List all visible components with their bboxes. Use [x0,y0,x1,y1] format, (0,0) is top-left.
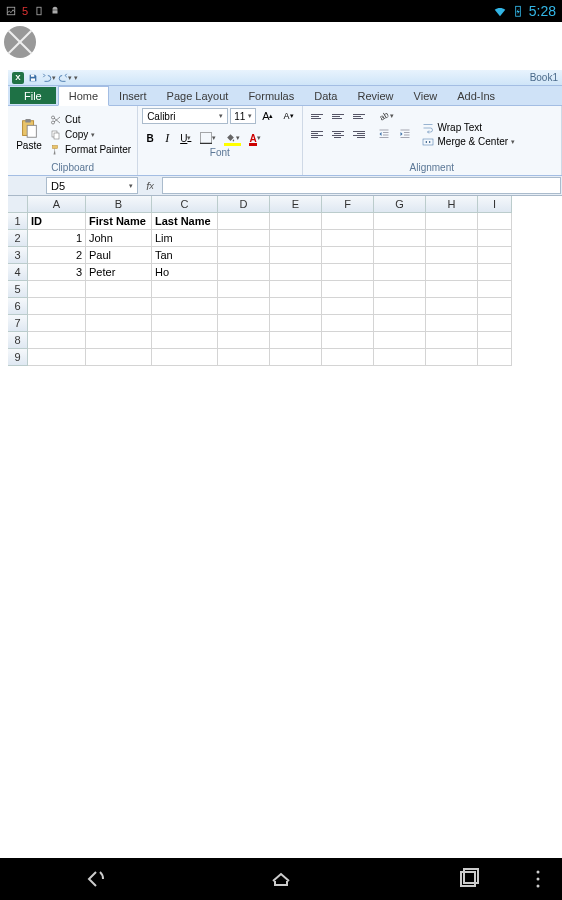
cell[interactable] [478,298,512,315]
cell[interactable] [28,332,86,349]
cell[interactable] [86,298,152,315]
back-button[interactable] [80,865,108,893]
tab-review[interactable]: Review [347,86,403,105]
cell[interactable] [374,298,426,315]
cell[interactable] [426,349,478,366]
cell[interactable]: ID [28,213,86,230]
underline-button[interactable]: U ▾ [176,130,195,146]
paste-button[interactable]: Paste [12,108,46,161]
cell[interactable] [426,247,478,264]
fx-icon[interactable]: fx [138,176,162,195]
cell[interactable] [478,264,512,281]
cell[interactable]: Tan [152,247,218,264]
cell[interactable] [426,230,478,247]
cell[interactable]: Last Name [152,213,218,230]
cell[interactable] [374,281,426,298]
cell[interactable] [426,213,478,230]
cell[interactable] [426,281,478,298]
col-header[interactable]: H [426,196,478,213]
cell[interactable] [218,247,270,264]
cell[interactable] [478,213,512,230]
font-color-button[interactable]: A ▾ [245,130,264,146]
row-header[interactable]: 9 [8,349,28,366]
cell[interactable]: John [86,230,152,247]
cell[interactable] [86,281,152,298]
cell[interactable] [28,298,86,315]
row-header[interactable]: 5 [8,281,28,298]
name-box[interactable]: D5▾ [46,177,138,194]
cell[interactable] [270,213,322,230]
col-header[interactable]: A [28,196,86,213]
merge-center-button[interactable]: Merge & Center ▾ [421,136,516,148]
formula-bar[interactable] [162,177,561,194]
cell[interactable] [218,230,270,247]
cell[interactable] [426,264,478,281]
cell[interactable] [478,281,512,298]
cut-button[interactable]: Cut [48,113,133,127]
grow-font-button[interactable]: A▴ [258,108,277,124]
cell[interactable] [322,230,374,247]
cell[interactable] [218,332,270,349]
cell[interactable] [478,332,512,349]
cell[interactable] [218,281,270,298]
borders-button[interactable]: ▾ [196,130,220,146]
align-top-button[interactable] [307,108,327,124]
cell[interactable] [426,298,478,315]
cell[interactable] [270,247,322,264]
cell[interactable]: Paul [86,247,152,264]
cell[interactable] [86,349,152,366]
recents-button[interactable] [454,865,482,893]
cell[interactable] [86,315,152,332]
italic-button[interactable]: I [159,130,175,146]
row-header[interactable]: 4 [8,264,28,281]
cell[interactable] [322,315,374,332]
tab-addins[interactable]: Add-Ins [447,86,505,105]
tab-home[interactable]: Home [58,86,109,106]
app-overlay-icon[interactable] [4,26,36,58]
undo-button[interactable]: ▾ [42,71,56,85]
cell[interactable] [270,281,322,298]
cell[interactable] [426,332,478,349]
cell[interactable] [478,315,512,332]
cell[interactable] [322,332,374,349]
tab-data[interactable]: Data [304,86,347,105]
row-header[interactable]: 6 [8,298,28,315]
cell[interactable] [218,315,270,332]
col-header[interactable]: E [270,196,322,213]
cell[interactable] [478,247,512,264]
home-button[interactable] [267,865,295,893]
fill-color-button[interactable]: ▾ [221,130,244,146]
tab-page-layout[interactable]: Page Layout [157,86,239,105]
cell[interactable] [270,298,322,315]
tab-view[interactable]: View [404,86,448,105]
cell[interactable] [28,281,86,298]
cell[interactable] [152,349,218,366]
row-header[interactable]: 7 [8,315,28,332]
cell[interactable] [28,315,86,332]
redo-button[interactable]: ▾ [58,71,72,85]
cell[interactable] [218,298,270,315]
font-size-dropdown[interactable]: 11▾ [230,108,256,124]
orientation-button[interactable]: ab▾ [374,108,398,124]
cell[interactable] [374,264,426,281]
col-header[interactable]: C [152,196,218,213]
cell[interactable]: Ho [152,264,218,281]
cell[interactable] [270,264,322,281]
cell[interactable] [270,349,322,366]
cell[interactable]: 2 [28,247,86,264]
cell[interactable]: Lim [152,230,218,247]
tab-formulas[interactable]: Formulas [238,86,304,105]
col-header[interactable]: F [322,196,374,213]
select-all-corner[interactable] [8,196,28,213]
col-header[interactable]: I [478,196,512,213]
cell[interactable] [374,332,426,349]
col-header[interactable]: D [218,196,270,213]
tab-insert[interactable]: Insert [109,86,157,105]
cell[interactable]: First Name [86,213,152,230]
align-left-button[interactable] [307,126,327,142]
decrease-indent-button[interactable] [374,126,394,142]
bold-button[interactable]: B [142,130,158,146]
col-header[interactable]: G [374,196,426,213]
cell[interactable] [152,332,218,349]
cell[interactable] [152,315,218,332]
